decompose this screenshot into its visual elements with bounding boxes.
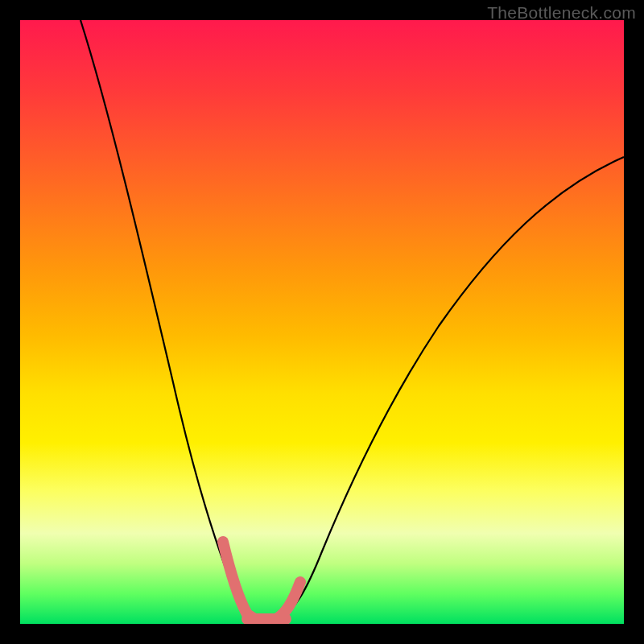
curve-layer xyxy=(20,20,624,624)
plot-area xyxy=(20,20,624,624)
right-curve xyxy=(262,157,624,620)
chart-frame: TheBottleneck.com xyxy=(0,0,644,644)
left-curve xyxy=(80,20,262,620)
pink-highlight-right xyxy=(276,582,300,619)
pink-highlight-left xyxy=(223,542,256,620)
